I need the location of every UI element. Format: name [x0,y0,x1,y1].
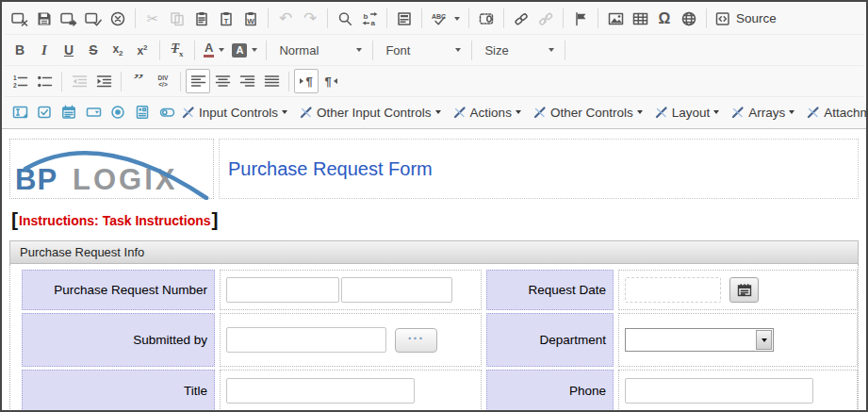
background-color-button[interactable]: A [228,38,261,62]
iframe-button[interactable] [677,7,701,31]
copy-button[interactable] [165,7,189,31]
undo-button[interactable]: ↶ [273,7,298,31]
purchase-request-number-input-2[interactable] [341,277,452,303]
source-icon [715,11,730,26]
text-direction-ltr-button[interactable]: ¶ [294,69,319,93]
text-direction-rtl-button[interactable]: ¶ [319,69,343,93]
chevron-down-icon [219,48,224,52]
strikethrough-icon: S [89,42,97,58]
panel-control-button[interactable] [130,100,155,124]
submitted-by-browse-button[interactable]: ... [395,328,437,353]
font-size-select[interactable]: Size [477,38,560,62]
calendar-control-button[interactable] [57,100,81,124]
toggle-control-button[interactable] [155,100,179,124]
form-field-button[interactable] [474,7,499,31]
department-select[interactable] [625,328,774,352]
increase-indent-button[interactable] [91,69,116,93]
text-input-control-button[interactable] [8,100,32,124]
chevron-down-icon [549,48,554,52]
department-label-cell: Department [486,313,614,367]
paste-from-word-button[interactable]: W [238,7,263,31]
font-name-select[interactable]: Font [378,38,467,62]
numbered-list-icon: 12 [12,74,28,89]
phone-input[interactable] [625,378,813,404]
spell-check-button[interactable]: ABC [427,7,464,31]
paste-button[interactable] [189,7,214,31]
instructions-close-bracket: ] [212,212,219,226]
source-button[interactable]: Source [712,7,780,31]
form-submit-icon [60,11,77,26]
align-right-icon [239,74,255,89]
underline-button[interactable]: U [57,38,81,62]
toolbar-separator [180,72,181,91]
menu-attachments[interactable]: Attachments [804,100,868,124]
anchor-flag-button[interactable] [568,7,593,31]
paragraph-format-select[interactable]: Normal [271,38,368,62]
request-date-input[interactable] [625,277,721,303]
find-button[interactable] [333,7,357,31]
menu-arrays[interactable]: Arrays [729,100,796,124]
italic-button[interactable]: I [32,38,57,62]
cut-button[interactable]: ✂ [140,7,165,31]
checkbox-icon [37,105,52,120]
purchase-request-number-input-1[interactable] [226,277,339,303]
radio-control-button[interactable] [106,100,130,124]
date-picker-button[interactable] [729,277,759,303]
bold-button[interactable]: B [8,38,32,62]
subscript-button[interactable]: x2 [106,38,130,62]
chevron-down-icon [252,48,257,52]
title-field-cell [220,370,482,411]
approve-form-button[interactable] [81,7,106,31]
text-color-button[interactable]: A [200,38,228,62]
blockquote-button[interactable]: ” [126,69,151,93]
table-button[interactable] [628,7,652,31]
request-date-field-cell [618,270,858,310]
table-row: Purchase Request Number Request Date [22,270,858,310]
submitted-by-input[interactable] [226,327,386,353]
remove-format-button[interactable]: Tx [165,38,189,62]
purchase-request-info-section: Purchase Request Info Purchase Request N… [9,240,859,411]
paste-plain-text-button[interactable]: T [214,7,238,31]
form-control-x-icon [730,106,745,119]
redo-button[interactable]: ↷ [298,7,322,31]
select-all-button[interactable] [392,7,417,31]
menu-actions[interactable]: Actions [450,100,523,124]
align-right-button[interactable] [235,69,259,93]
toolbar-separator [121,72,122,91]
decrease-indent-button[interactable] [67,69,91,93]
editor-toolbar: ✂ T W ↶ ↷ ba ABC Ω [2,2,866,129]
replace-button[interactable]: ba [357,7,382,31]
submit-form-button[interactable] [57,7,81,31]
save-button[interactable] [32,7,57,31]
font-name-value: Font [385,43,410,58]
numbered-list-button[interactable]: 12 [8,69,32,93]
align-left-button[interactable] [186,69,210,93]
title-input[interactable] [226,378,415,404]
field-label: Purchase Request Number [54,283,207,297]
dropdown-control-button[interactable] [81,100,106,124]
menu-other-controls[interactable]: Other Controls [531,100,645,124]
image-button[interactable] [603,7,628,31]
cancel-button[interactable] [106,7,130,31]
select-arrow-button[interactable] [756,330,772,350]
purchase-request-number-field-cell [220,270,482,310]
align-justify-button[interactable] [259,69,284,93]
menu-input-controls[interactable]: Input Controls [179,100,289,124]
svg-text:b: b [363,11,368,20]
remove-form-button[interactable] [8,7,32,31]
align-center-button[interactable] [210,69,235,93]
bulleted-list-button[interactable] [32,69,57,93]
checkbox-control-button[interactable] [32,100,57,124]
link-button[interactable] [509,7,533,31]
menu-layout[interactable]: Layout [652,100,722,124]
strikethrough-button[interactable]: S [81,38,106,62]
superscript-icon: x2 [137,43,147,58]
superscript-button[interactable]: x2 [130,38,155,62]
department-field-cell [618,313,858,367]
special-character-button[interactable]: Ω [652,7,677,31]
unlink-button[interactable] [533,7,558,31]
align-left-icon [190,74,206,89]
ltr-arrow-icon [300,78,303,84]
menu-other-input-controls[interactable]: Other Input Controls [297,100,443,124]
div-container-button[interactable]: DIV</> [151,69,175,93]
